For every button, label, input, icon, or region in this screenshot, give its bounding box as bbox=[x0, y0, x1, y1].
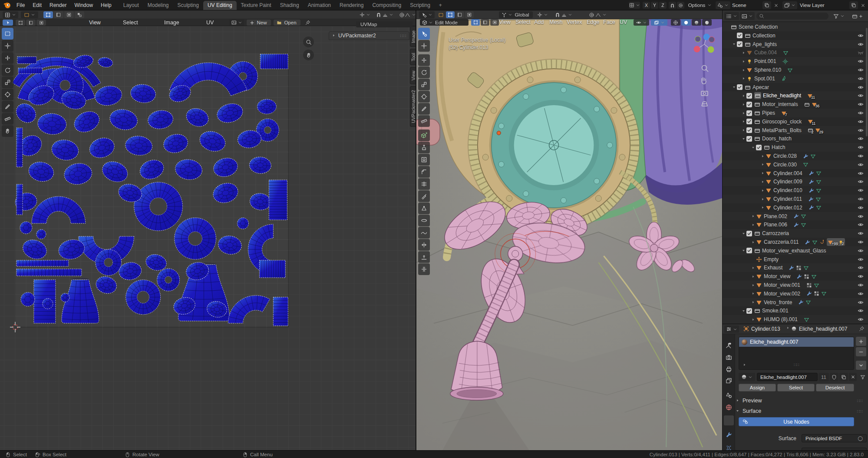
uv-island[interactable] bbox=[18, 68, 43, 73]
outliner-row-doors-hatch[interactable]: Doors_hatch bbox=[723, 134, 868, 143]
expand-arrow-icon[interactable] bbox=[741, 68, 746, 72]
outliner-row-motor-view[interactable]: Motor_view bbox=[723, 272, 868, 281]
uv-tool-move[interactable] bbox=[2, 52, 13, 64]
xray-toggle[interactable] bbox=[651, 19, 667, 26]
eye-open-icon[interactable] bbox=[858, 213, 864, 219]
uv-island[interactable] bbox=[273, 297, 288, 326]
eye-open-icon[interactable] bbox=[858, 153, 864, 159]
eye-open-icon[interactable] bbox=[858, 179, 864, 185]
eye-open-icon[interactable] bbox=[858, 256, 864, 262]
outliner-scrollbar[interactable] bbox=[866, 28, 868, 136]
uv-island[interactable] bbox=[17, 56, 36, 63]
uv-island[interactable] bbox=[17, 260, 69, 266]
vp-select-mode-vert-mode[interactable] bbox=[446, 11, 455, 18]
material-name-field[interactable]: Eliche_headlight.007 bbox=[757, 373, 818, 381]
scene-copy-button[interactable] bbox=[762, 1, 771, 9]
uv-island[interactable] bbox=[134, 182, 183, 231]
vp-select-mode-edge-mode[interactable] bbox=[455, 11, 464, 18]
vp-tool-loop-cut[interactable] bbox=[418, 178, 430, 190]
expand-arrow-icon[interactable] bbox=[760, 163, 766, 166]
eye-open-icon[interactable] bbox=[858, 84, 864, 90]
vp-tool-tweak[interactable] bbox=[418, 28, 430, 40]
uv-island[interactable] bbox=[175, 218, 216, 259]
outliner-row-carozzeria-011[interactable]: Carozzeria.011+992 bbox=[723, 238, 868, 246]
uv-island[interactable] bbox=[257, 99, 276, 114]
vp-menu-vertex[interactable]: Vertex bbox=[567, 19, 582, 25]
properties-tab-render[interactable] bbox=[724, 352, 734, 362]
collection-checkbox[interactable] bbox=[746, 127, 752, 133]
properties-type-dropdown[interactable] bbox=[724, 325, 739, 333]
uv-mode-vert-mode[interactable] bbox=[16, 20, 25, 26]
eye-open-icon[interactable] bbox=[858, 196, 864, 202]
expand-arrow-icon[interactable] bbox=[760, 171, 766, 175]
outliner-row-apecar[interactable]: Apecar bbox=[723, 83, 868, 92]
use-nodes-button[interactable]: Use Nodes bbox=[739, 417, 854, 426]
eye-open-icon[interactable] bbox=[858, 41, 864, 47]
uv-tool-annotate[interactable] bbox=[2, 101, 13, 113]
slot-specials-button[interactable] bbox=[856, 361, 866, 370]
view-layer-name-field[interactable]: View Layer bbox=[799, 1, 848, 9]
vp-menu-uv[interactable]: UV bbox=[620, 19, 627, 25]
unlink-material-button[interactable] bbox=[849, 373, 857, 381]
expand-arrow-icon[interactable] bbox=[750, 240, 756, 244]
material-slot[interactable]: Eliche_headlight.007 bbox=[739, 337, 854, 347]
collapse-arrow-icon[interactable] bbox=[741, 137, 746, 141]
uv-island[interactable] bbox=[237, 218, 248, 229]
eye-open-icon[interactable] bbox=[858, 119, 864, 125]
properties-tab-world[interactable] bbox=[724, 402, 734, 412]
uv-tool-crosshair[interactable] bbox=[2, 40, 13, 52]
uv-menu-image[interactable]: Image bbox=[164, 20, 179, 26]
expand-arrow-icon[interactable] bbox=[760, 189, 766, 192]
eye-open-icon[interactable] bbox=[858, 93, 864, 99]
options-dropdown[interactable]: Options bbox=[687, 2, 712, 9]
collection-checkbox[interactable] bbox=[746, 248, 752, 253]
uv-canvas[interactable] bbox=[0, 19, 416, 450]
uv-sidebar-tab-tool[interactable]: Tool bbox=[410, 49, 416, 65]
outliner-search-input[interactable] bbox=[756, 13, 828, 20]
transform-orientation-dropdown[interactable]: Global bbox=[499, 11, 533, 18]
uv-sync-select-toggle[interactable] bbox=[3, 20, 13, 26]
outliner-row-motor-view-001[interactable]: Motor_view.001 bbox=[723, 281, 868, 289]
expand-arrow-icon[interactable] bbox=[760, 197, 766, 201]
properties-tab-scene[interactable] bbox=[724, 390, 734, 400]
expand-arrow-icon[interactable] bbox=[750, 266, 756, 270]
outliner-row-motor-view-002[interactable]: Motor_view.002 bbox=[723, 289, 868, 298]
outliner-row-ape-lights[interactable]: Ape_lights bbox=[723, 40, 868, 49]
eye-open-icon[interactable] bbox=[858, 110, 864, 116]
expand-arrow-icon[interactable] bbox=[741, 119, 746, 123]
properties-tab-object[interactable] bbox=[724, 415, 734, 425]
breadcrumb-material[interactable]: Eliche_headlight.007 bbox=[799, 326, 847, 332]
uv-island[interactable] bbox=[259, 260, 285, 278]
view-layer-copy-button[interactable] bbox=[849, 1, 858, 9]
uv-island[interactable] bbox=[17, 269, 82, 276]
vp-menu-face[interactable]: Face bbox=[603, 19, 615, 25]
outliner-row-scene-collection[interactable]: Scene Collection bbox=[723, 23, 868, 31]
eye-open-icon[interactable] bbox=[858, 170, 864, 176]
eye-open-icon[interactable] bbox=[858, 248, 864, 254]
properties-tab-particles[interactable] bbox=[724, 443, 734, 450]
collapse-arrow-icon[interactable] bbox=[741, 232, 746, 236]
eye-open-icon[interactable] bbox=[858, 127, 864, 133]
uv-island[interactable] bbox=[96, 249, 122, 275]
pin-image-button[interactable] bbox=[304, 20, 312, 26]
deselect-button[interactable]: Deselect bbox=[816, 384, 854, 392]
eye-closed-icon[interactable] bbox=[858, 50, 864, 56]
uv-island[interactable] bbox=[21, 292, 35, 306]
vp-component-mode-face-mode[interactable] bbox=[490, 19, 499, 26]
outliner-row-plane-002[interactable]: Plane.002 bbox=[723, 212, 868, 221]
vp-component-mode-edge-mode[interactable] bbox=[481, 19, 489, 26]
expand-arrow-icon[interactable] bbox=[743, 361, 746, 368]
collection-checkbox[interactable] bbox=[737, 33, 743, 38]
uv-sidebar-tab-image[interactable]: Image bbox=[410, 26, 416, 47]
new-image-button[interactable]: New bbox=[247, 20, 271, 26]
vp-tool-extrude[interactable] bbox=[418, 142, 430, 153]
material-filter-dropdown[interactable] bbox=[858, 373, 867, 381]
collapse-arrow-icon[interactable] bbox=[741, 309, 746, 313]
eye-open-icon[interactable] bbox=[858, 222, 864, 228]
vp-menu-select[interactable]: Select bbox=[515, 19, 531, 25]
assign-button[interactable]: Assign bbox=[739, 384, 776, 392]
outliner-display-mode-dropdown[interactable] bbox=[724, 12, 739, 20]
uv-active-tool-button[interactable] bbox=[21, 11, 38, 18]
surface-panel-header[interactable]: Surface ∷∷ bbox=[736, 407, 866, 415]
view-layer-browse-button[interactable] bbox=[782, 1, 797, 9]
